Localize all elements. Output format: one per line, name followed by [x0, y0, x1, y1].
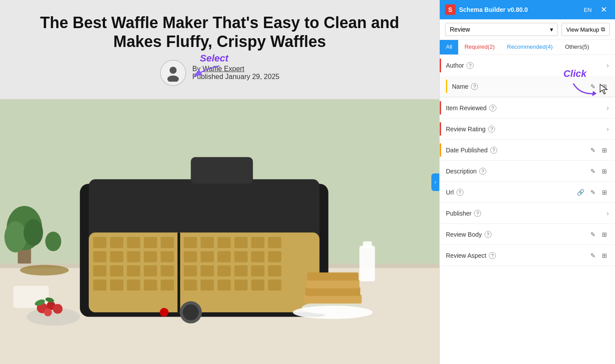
svg-rect-61 [268, 280, 281, 291]
schema-fields-list: Author ? › Name ? ✎ ⊞ [440, 55, 615, 364]
svg-rect-52 [217, 265, 231, 276]
close-button[interactable]: ✕ [598, 5, 610, 14]
url-link-button[interactable]: 🔗 [575, 188, 586, 197]
item-reviewed-field[interactable]: Item Reviewed ? › [440, 97, 615, 119]
tab-required[interactable]: Required(2) [458, 40, 501, 54]
svg-rect-20 [144, 237, 157, 248]
svg-rect-40 [217, 237, 231, 248]
author-indicator [440, 58, 441, 72]
review-body-field[interactable]: Review Body ? ✎ ⊞ [440, 224, 615, 245]
date-published-actions: ✎ ⊞ [589, 146, 609, 155]
review-body-actions: ✎ ⊞ [589, 230, 609, 239]
svg-rect-56 [184, 280, 197, 291]
description-select-button[interactable]: ⊞ [600, 167, 609, 176]
review-rating-help-icon[interactable]: ? [488, 126, 495, 133]
author-field[interactable]: Author ? › [440, 55, 615, 76]
url-field[interactable]: Url ? 🔗 ✎ ⊞ [440, 182, 615, 203]
svg-rect-50 [184, 265, 197, 276]
dropdown-chevron-icon: ▾ [550, 26, 553, 33]
svg-rect-29 [127, 265, 140, 276]
svg-point-64 [183, 304, 199, 320]
item-reviewed-label: Item Reviewed ? [446, 105, 607, 112]
publisher-help-icon[interactable]: ? [474, 210, 481, 217]
review-aspect-help-icon[interactable]: ? [489, 252, 496, 259]
lang-button[interactable]: EN [581, 6, 594, 14]
svg-rect-81 [363, 241, 372, 248]
description-label: Description ? [446, 168, 589, 175]
description-help-icon[interactable]: ? [479, 168, 486, 175]
svg-rect-45 [201, 251, 214, 262]
svg-point-9 [4, 221, 27, 252]
name-help-icon[interactable]: ? [471, 83, 478, 90]
review-body-help-icon[interactable]: ? [485, 231, 492, 238]
date-published-field[interactable]: Date Published ? ✎ ⊞ [440, 140, 615, 161]
date-published-help-icon[interactable]: ? [490, 147, 497, 154]
svg-rect-30 [144, 265, 157, 276]
svg-rect-54 [251, 265, 264, 276]
url-help-icon[interactable]: ? [456, 189, 463, 196]
publisher-field[interactable]: Publisher ? › [440, 203, 615, 224]
svg-rect-48 [251, 251, 264, 262]
svg-rect-21 [161, 237, 174, 248]
review-body-select-button[interactable]: ⊞ [600, 230, 609, 239]
collapse-chevron: ‹ [434, 179, 436, 185]
url-select-button[interactable]: ⊞ [600, 188, 609, 197]
name-field: Name ? ✎ ⊞ [440, 76, 615, 97]
url-edit-button[interactable]: ✎ [589, 188, 597, 197]
name-select-button[interactable]: ⊞ [600, 82, 609, 91]
article-title: The Best Waffle Maker That's Easy to Cle… [26, 13, 413, 51]
svg-point-77 [44, 308, 52, 316]
tab-others[interactable]: Others(5) [559, 40, 595, 54]
svg-rect-44 [184, 251, 197, 262]
item-reviewed-arrow-icon: › [607, 104, 609, 112]
author-info: By Waffle Expert Published January 29, 2… [192, 65, 279, 81]
author-name-link[interactable]: Waffle Expert [203, 65, 244, 72]
schema-builder-sidebar: S Schema Builder v0.80.0 EN ✕ Review ▾ V… [439, 0, 615, 364]
sidebar-controls: Review ▾ View Markup ⧉ [440, 19, 615, 40]
svg-rect-32 [93, 280, 106, 291]
svg-rect-36 [161, 280, 174, 291]
svg-rect-37 [177, 233, 180, 313]
article-header: The Best Waffle Maker That's Easy to Cle… [0, 0, 439, 99]
name-edit-button[interactable]: ✎ [589, 82, 597, 91]
name-indicator [446, 79, 447, 93]
review-aspect-select-button[interactable]: ⊞ [600, 251, 609, 260]
review-rating-indicator [440, 122, 441, 136]
svg-rect-22 [93, 251, 106, 262]
review-aspect-edit-button[interactable]: ✎ [589, 251, 597, 260]
date-published-edit-button[interactable]: ✎ [589, 146, 597, 155]
svg-rect-31 [161, 265, 174, 276]
svg-rect-33 [110, 280, 123, 291]
description-edit-button[interactable]: ✎ [589, 167, 597, 176]
copy-icon: ⧉ [601, 26, 605, 33]
author-help-icon[interactable]: ? [467, 62, 474, 69]
schema-type-dropdown[interactable]: Review ▾ [445, 23, 558, 36]
svg-rect-24 [127, 251, 140, 262]
svg-rect-49 [268, 251, 281, 262]
svg-rect-58 [217, 280, 231, 291]
review-aspect-label: Review Aspect ? [446, 252, 589, 259]
svg-point-10 [24, 219, 43, 246]
tab-all[interactable]: All [440, 40, 458, 54]
item-reviewed-indicator [440, 101, 441, 115]
review-rating-arrow-icon: › [607, 125, 609, 133]
review-rating-field[interactable]: Review Rating ? › [440, 119, 615, 140]
description-field[interactable]: Description ? ✎ ⊞ [440, 161, 615, 182]
sidebar-title: Schema Builder v0.80.0 [459, 6, 578, 13]
review-aspect-field[interactable]: Review Aspect ? ✎ ⊞ [440, 245, 615, 266]
svg-rect-42 [251, 237, 264, 248]
svg-rect-28 [110, 265, 123, 276]
svg-point-76 [53, 304, 62, 314]
tab-recommended-label: Recommended(4) [507, 43, 553, 50]
date-published-select-button[interactable]: ⊞ [600, 146, 609, 155]
svg-rect-17 [93, 237, 106, 248]
item-reviewed-help-icon[interactable]: ? [489, 105, 496, 112]
svg-rect-35 [144, 280, 157, 291]
view-markup-label: View Markup [566, 26, 599, 33]
tab-recommended[interactable]: Recommended(4) [501, 40, 559, 54]
review-body-edit-button[interactable]: ✎ [589, 230, 597, 239]
sidebar-collapse-button[interactable]: ‹ [431, 173, 439, 191]
svg-rect-38 [184, 237, 197, 248]
svg-rect-55 [268, 265, 281, 276]
view-markup-button[interactable]: View Markup ⧉ [561, 23, 610, 36]
